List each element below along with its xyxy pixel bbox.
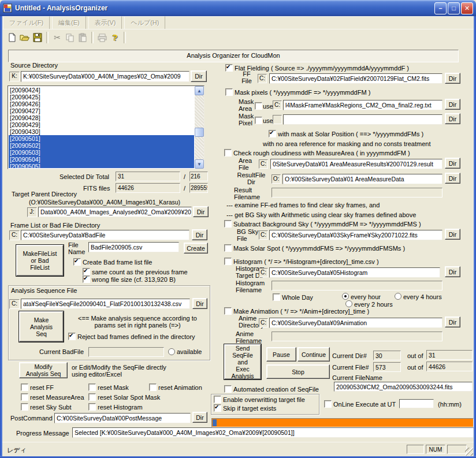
- wrong-file-size-label[interactable]: wrong file size (cf. 313,920 B): [92, 276, 176, 283]
- mask-area-use-label[interactable]: use: [263, 103, 273, 110]
- list-item[interactable]: [20090426]: [9, 100, 194, 107]
- resize-grip[interactable]: [465, 448, 473, 456]
- list-item[interactable]: [20090501]: [9, 135, 194, 142]
- reset-mask-checkbox[interactable]: [88, 383, 96, 391]
- mask-area-dir-button[interactable]: Dir: [445, 99, 460, 110]
- reset-sky-subt-label[interactable]: reset Sky Subt: [30, 404, 72, 411]
- reset-mask-label[interactable]: reset Mask: [98, 384, 129, 391]
- minimize-button[interactable]: －: [434, 2, 447, 14]
- close-button[interactable]: ✕: [461, 2, 473, 14]
- flat-fielding-label[interactable]: Flat Fielding ( Source => ./yyyymm/yyyym…: [235, 65, 409, 72]
- scroll-down-icon[interactable]: ▼: [195, 159, 204, 169]
- histogram-target-dir-input[interactable]: C:¥00SiteSurveyData¥05Histogram: [269, 267, 440, 278]
- mask-area-input[interactable]: l4MaskFrame¥MaskRegions_CM2_Oma_final2.r…: [283, 100, 442, 110]
- online-time-input[interactable]: [399, 399, 434, 408]
- reset-histogram-label[interactable]: reset Histogram: [98, 404, 143, 411]
- reset-ff-checkbox[interactable]: [21, 383, 28, 391]
- ff-dir-button[interactable]: Dir: [445, 73, 460, 84]
- mask-area-use-checkbox[interactable]: [255, 102, 262, 110]
- bg-sky-file-input[interactable]: C:¥00SiteSurveyData¥03SkyFrame¥Sky200710…: [269, 230, 442, 240]
- list-item[interactable]: [20090430]: [9, 128, 194, 135]
- mask-pixels-label[interactable]: Mask pixels ( */yyyymmddF => */yyyymmddF…: [235, 89, 370, 96]
- every-2-hours-radio[interactable]: [345, 300, 352, 307]
- reset-measurearea-checkbox[interactable]: [21, 393, 28, 401]
- online-execute-checkbox[interactable]: [324, 400, 332, 408]
- histogram-label[interactable]: Histogram ( */ => */Histogram+[directory…: [233, 258, 379, 265]
- badfile-path-input[interactable]: C:¥00SiteSurveyData¥BadFile: [21, 230, 189, 240]
- same-count-label[interactable]: same count as the previous frame: [92, 269, 188, 275]
- enable-overwrite-label[interactable]: Enable overwritting target file: [223, 396, 305, 403]
- target-path-input[interactable]: Data¥000_A40M_Images_Analysed¥02_Oma¥200…: [38, 207, 192, 217]
- save-icon[interactable]: [31, 31, 44, 44]
- cloudiness-label[interactable]: Check rough cloudiness with MeasureArea …: [233, 150, 410, 157]
- list-item[interactable]: [20090425]: [9, 94, 194, 100]
- badfile-name-input[interactable]: BadFile200905.csv: [88, 242, 179, 252]
- ff-file-input[interactable]: C:¥00SiteSurveyData¥02FlatField¥20070129…: [269, 73, 442, 84]
- every-hour-radio[interactable]: [342, 293, 349, 300]
- source-directory-items[interactable]: [20090424][20090425][20090426][20090427]…: [9, 87, 194, 168]
- seqfile-path-input[interactable]: ata¥SeqFile¥SeqFile20090401_FlatF2010013…: [21, 299, 190, 309]
- reject-bad-frames-checkbox[interactable]: [68, 333, 76, 340]
- reset-animation-label[interactable]: reset Animation: [158, 384, 202, 391]
- anime-dir-button[interactable]: Dir: [445, 316, 460, 327]
- mask-solar-spot-checkbox[interactable]: [224, 244, 232, 252]
- reset-sky-subt-checkbox[interactable]: [21, 403, 28, 411]
- create-bad-frame-checkbox[interactable]: [73, 258, 81, 266]
- mask-pixel-use-checkbox[interactable]: [255, 117, 262, 124]
- modify-analysis-seq-button[interactable]: Modify Analysis Seq: [19, 362, 68, 378]
- badfile-dir-button[interactable]: Dir: [192, 229, 207, 240]
- reset-animation-checkbox[interactable]: [149, 383, 157, 391]
- list-item[interactable]: [20090424]: [9, 87, 194, 94]
- subtract-bg-sky-checkbox[interactable]: [224, 220, 232, 228]
- send-seqfile-exec-button[interactable]: Send SeqFile and Exec Analysis: [224, 344, 261, 379]
- mask-pixels-checkbox[interactable]: [225, 88, 233, 96]
- resultfile-dir-input[interactable]: O:¥00SiteSurveyData¥01 AreaMeasureData: [282, 174, 442, 184]
- list-item[interactable]: [20090504]: [9, 156, 194, 163]
- mask-pixel-input[interactable]: [283, 114, 442, 125]
- mask-pixel-dir-button[interactable]: Dir: [445, 113, 460, 124]
- scrollbar-thumb[interactable]: [195, 128, 204, 137]
- reset-solar-spot-label[interactable]: reset Solar Spot Mask: [98, 394, 160, 401]
- reset-solar-spot-checkbox[interactable]: [88, 393, 96, 401]
- wrong-file-size-checkbox[interactable]: [83, 275, 90, 283]
- auto-seqfile-checkbox[interactable]: [224, 385, 232, 393]
- make-analysis-seq-button[interactable]: Make Analysis Seq: [19, 311, 64, 342]
- available-radio[interactable]: [168, 348, 175, 355]
- every-hour-label[interactable]: every hour: [351, 293, 381, 300]
- reset-measurearea-label[interactable]: reset MeasureArea: [30, 394, 84, 401]
- new-document-icon[interactable]: [6, 31, 18, 44]
- skip-if-exists-label[interactable]: Skip if target exists: [223, 405, 276, 412]
- every-4-hours-label[interactable]: every 4 hours: [403, 293, 442, 300]
- postcommand-input[interactable]: C:¥00SiteSurveyData¥00PostMessage: [54, 413, 191, 423]
- list-item[interactable]: [20090427]: [9, 107, 194, 114]
- postcommand-dir-button[interactable]: Dir: [192, 412, 207, 423]
- create-bad-frame-label[interactable]: Create Bad frame list file: [83, 259, 152, 266]
- cloudiness-checkbox[interactable]: [224, 149, 232, 157]
- create-button[interactable]: Create: [184, 243, 208, 254]
- every-4-hours-radio[interactable]: [395, 293, 401, 300]
- area-file-dir-button[interactable]: Dir: [445, 158, 460, 169]
- pause-button[interactable]: Pause: [266, 347, 296, 362]
- subtract-bg-sky-label[interactable]: Subatract Background Sky ( */yyyymmddFM …: [233, 221, 421, 228]
- open-folder-icon[interactable]: [18, 31, 31, 44]
- reset-ff-label[interactable]: reset FF: [30, 384, 54, 391]
- mask-solar-spot-label[interactable]: Mask Solar Spot ( */yyyymmddFMS => */yyy…: [233, 245, 405, 252]
- list-scrollbar[interactable]: ▲ ▼: [195, 86, 204, 169]
- solar-position-mask-checkbox[interactable]: [269, 130, 276, 137]
- mask-pixel-use-label[interactable]: use: [263, 117, 273, 124]
- flat-fielding-checkbox[interactable]: [225, 64, 233, 72]
- histogram-dir-button[interactable]: Dir: [445, 266, 460, 277]
- make-animation-checkbox[interactable]: [224, 307, 232, 315]
- help-icon[interactable]: ?: [109, 31, 121, 44]
- area-file-input[interactable]: 0SiteSurveyData¥01 AreaMeasureResults¥20…: [270, 159, 442, 169]
- online-execute-label[interactable]: OnLine Execute at UT: [333, 401, 396, 408]
- target-dir-button[interactable]: Dir: [193, 206, 209, 217]
- maximize-button[interactable]: □: [448, 2, 460, 14]
- auto-seqfile-label[interactable]: Automated creation of SeqFile: [233, 386, 319, 393]
- reset-histogram-checkbox[interactable]: [88, 403, 96, 411]
- source-dir-button[interactable]: Dir: [191, 70, 207, 82]
- whole-day-label[interactable]: Whole Day: [282, 294, 313, 301]
- menu-file[interactable]: ファイル(F): [3, 16, 50, 29]
- make-filelist-button[interactable]: MakeFileList or Bad FileList: [16, 245, 64, 276]
- menu-edit[interactable]: 編集(E): [52, 16, 86, 29]
